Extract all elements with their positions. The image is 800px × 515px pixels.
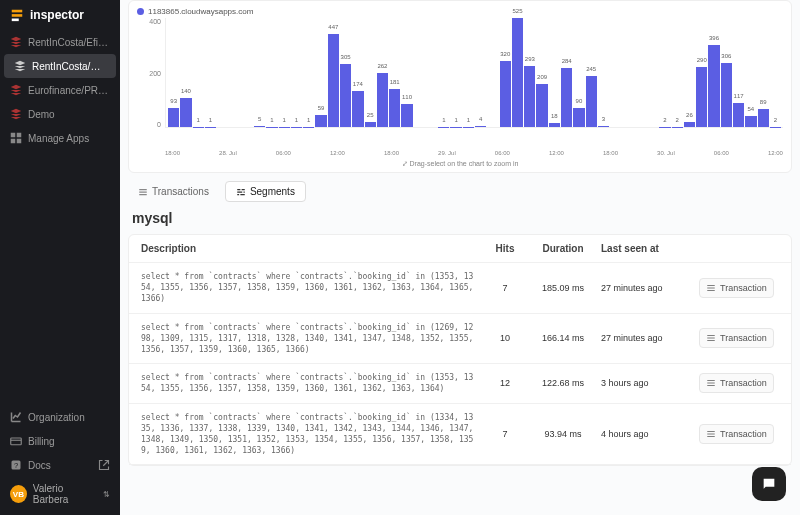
brand-logo[interactable]: inspector	[0, 0, 120, 30]
sidebar-org-label: Organization	[28, 412, 85, 423]
svg-rect-6	[17, 139, 22, 144]
bar-value-label: 18	[551, 113, 558, 119]
sidebar-app-0[interactable]: RentInCosta/Efisio	[0, 30, 120, 54]
chart-bar[interactable]: 89	[758, 109, 769, 127]
bar-value-label: 396	[709, 35, 719, 41]
chart-bar[interactable]: 110	[401, 104, 412, 127]
cell-description: select * from `contracts` where `contrac…	[141, 271, 477, 305]
bar-value-label: 262	[377, 63, 387, 69]
cell-duration: 185.09 ms	[533, 283, 593, 293]
chart-bar[interactable]: 293	[524, 66, 535, 127]
chart-bar[interactable]: 245	[586, 76, 597, 127]
bar-value-label: 26	[686, 112, 693, 118]
chart-bar[interactable]: 3	[598, 126, 609, 127]
brand-name: inspector	[30, 8, 84, 22]
bar-value-label: 290	[697, 57, 707, 63]
chart-bar[interactable]: 140	[180, 98, 191, 127]
chart-bar[interactable]: 4	[475, 126, 486, 127]
transaction-button[interactable]: Transaction	[699, 278, 774, 298]
stack-icon	[10, 108, 22, 120]
x-tick: 06:00	[495, 150, 510, 156]
y-tick: 400	[137, 18, 161, 25]
sidebar-app-1[interactable]: RentInCosta/Sorr...	[4, 54, 116, 78]
sidebar-app-label: RentInCosta/Efisio	[28, 37, 110, 48]
sidebar-bottom: Organization Billing ? Docs VB Valerio B…	[0, 401, 120, 515]
chart-bar[interactable]: 284	[561, 68, 572, 127]
main-content: 1183865.cloudwaysapps.com 400 200 0 9314…	[120, 0, 800, 515]
transaction-button[interactable]: Transaction	[699, 328, 774, 348]
sidebar-app-3[interactable]: Demo	[0, 102, 120, 126]
section-title: mysql	[132, 210, 788, 226]
bar-value-label: 305	[341, 54, 351, 60]
cell-duration: 122.68 ms	[533, 378, 593, 388]
cell-description: select * from `contracts` where `contrac…	[141, 372, 477, 394]
cell-last-seen: 27 minutes ago	[601, 283, 691, 293]
sidebar-manage-label: Manage Apps	[28, 133, 89, 144]
cell-duration: 93.94 ms	[533, 429, 593, 439]
chart-bar[interactable]: 54	[745, 116, 756, 127]
bar-value-label: 1	[270, 117, 273, 123]
stack-icon	[10, 84, 22, 96]
col-hits: Hits	[485, 243, 525, 254]
chart-bar[interactable]: 59	[315, 115, 326, 127]
chart-bar[interactable]: 525	[512, 18, 523, 127]
chart-bar[interactable]: 447	[328, 34, 339, 127]
chart-area[interactable]: 400 200 0 931401151111594473051742526218…	[137, 18, 783, 148]
x-tick: 12:00	[768, 150, 783, 156]
chart-bar[interactable]: 305	[340, 64, 351, 127]
bar-value-label: 140	[181, 88, 191, 94]
chat-button[interactable]	[752, 467, 786, 501]
bar-value-label: 4	[479, 116, 482, 122]
cell-last-seen: 27 minutes ago	[601, 333, 691, 343]
chart-bar[interactable]: 306	[721, 63, 732, 127]
chart-legend[interactable]: 1183865.cloudwaysapps.com	[137, 7, 783, 16]
bar-value-label: 306	[721, 53, 731, 59]
sidebar-billing[interactable]: Billing	[0, 429, 120, 453]
chart-bar[interactable]: 26	[684, 122, 695, 127]
bar-value-label: 1	[197, 117, 200, 123]
sidebar-docs[interactable]: ? Docs	[0, 453, 120, 477]
bar-value-label: 5	[258, 116, 261, 122]
tabs: Transactions Segments	[128, 181, 792, 202]
cell-description: select * from `contracts` where `contrac…	[141, 322, 477, 356]
external-link-icon	[98, 459, 110, 471]
sidebar-manage-apps[interactable]: Manage Apps	[0, 126, 120, 150]
chart-bar[interactable]: 209	[536, 84, 547, 127]
tab-label: Segments	[250, 186, 295, 197]
chart-bar[interactable]: 396	[708, 45, 719, 127]
zoom-icon: ⤢	[402, 160, 408, 167]
list-icon	[138, 187, 148, 197]
chart-bar[interactable]: 93	[168, 108, 179, 127]
transaction-button[interactable]: Transaction	[699, 424, 774, 444]
bar-value-label: 25	[367, 112, 374, 118]
chart-bar[interactable]: 117	[733, 103, 744, 127]
chart-bar[interactable]: 18	[549, 123, 560, 127]
transaction-button[interactable]: Transaction	[699, 373, 774, 393]
chart-bar[interactable]: 262	[377, 73, 388, 127]
chart-bar[interactable]: 290	[696, 67, 707, 127]
transaction-icon	[706, 283, 716, 293]
user-menu[interactable]: VB Valerio Barbera ⇅	[0, 477, 120, 511]
sidebar-organization[interactable]: Organization	[0, 405, 120, 429]
bar-value-label: 54	[748, 106, 755, 112]
chart-bar[interactable]: 90	[573, 108, 584, 127]
chart-bar[interactable]: 174	[352, 91, 363, 127]
chart-bar[interactable]: 181	[389, 89, 400, 127]
chart-bar[interactable]: 25	[365, 122, 376, 127]
cell-hits: 7	[485, 283, 525, 293]
bar-value-label: 525	[513, 8, 523, 14]
sidebar-docs-label: Docs	[28, 460, 51, 471]
tab-segments[interactable]: Segments	[225, 181, 306, 202]
bar-value-label: 1	[209, 117, 212, 123]
svg-text:?: ?	[14, 461, 18, 470]
legend-label: 1183865.cloudwaysapps.com	[148, 7, 253, 16]
chart-bar[interactable]: 5	[254, 126, 265, 127]
chart-hint-text: Drag-select on the chart to zoom in	[410, 160, 519, 167]
col-duration: Duration	[533, 243, 593, 254]
tab-transactions[interactable]: Transactions	[128, 182, 219, 201]
chart-plot[interactable]: 9314011511115944730517425262181110111432…	[165, 18, 783, 128]
chart-bar[interactable]: 320	[500, 61, 511, 127]
bar-value-label: 117	[734, 93, 744, 99]
sidebar-app-2[interactable]: Eurofinance/PROD	[0, 78, 120, 102]
cell-hits: 12	[485, 378, 525, 388]
